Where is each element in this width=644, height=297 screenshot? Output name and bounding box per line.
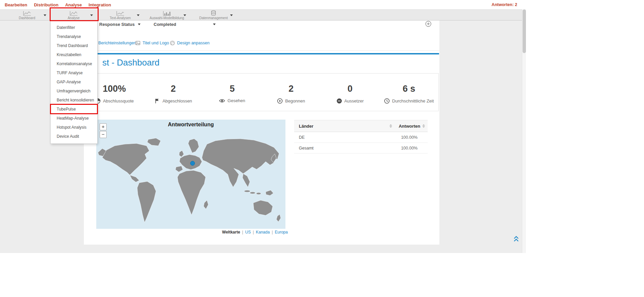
- chevron-down-icon: [137, 14, 140, 16]
- stat-value: 2: [171, 84, 176, 94]
- stat-started: 2 Begonnen: [262, 74, 321, 111]
- stat-label: Gesehen: [227, 98, 245, 103]
- eye-icon: [219, 98, 225, 103]
- stat-value: 6 s: [402, 84, 415, 94]
- menu-item-umfragenvergleich[interactable]: Umfragenvergleich: [51, 87, 97, 96]
- column-header-label: Länder: [299, 124, 313, 129]
- stat-viewed: 5 Gesehen: [203, 74, 262, 111]
- title-logo-link[interactable]: Titel und Logo: [136, 41, 169, 45]
- table-header-row: Länder Antworten: [294, 120, 428, 132]
- menu-item-gap-analyse[interactable]: GAP-Analyse: [51, 78, 97, 87]
- stat-label: Abgeschlossen: [162, 98, 192, 103]
- sort-icon[interactable]: [422, 124, 425, 128]
- menu-item-bearbeiten[interactable]: Bearbeiten: [5, 2, 27, 7]
- add-filter-button[interactable]: [425, 21, 431, 28]
- stat-value: 0: [347, 84, 353, 94]
- world-map-svg[interactable]: [96, 137, 285, 227]
- report-settings-link[interactable]: Berichteinstellungen: [91, 41, 136, 45]
- column-header-label: Antworten: [399, 124, 420, 129]
- analyse-dropdown-menu: Datenfilter Trendanalyse Trend Dashboard…: [50, 20, 98, 144]
- line-chart-icon: [116, 11, 124, 16]
- plus-circle-icon: [425, 21, 431, 27]
- column-header-country[interactable]: Länder: [294, 124, 395, 129]
- toolbar-item-datenmanagement[interactable]: Datenmanagement: [190, 10, 237, 20]
- chevron-down-icon: [138, 24, 141, 25]
- double-chevron-up-icon: [513, 236, 519, 242]
- completed-filter[interactable]: Completed: [154, 20, 216, 28]
- top-menu-bar: Bearbeiten Distribution Analyse Integrat…: [0, 0, 526, 9]
- toolbar-item-text-analysen[interactable]: Text-Analysen: [97, 10, 144, 20]
- toolbar-item-dashboard[interactable]: Dashboard: [4, 10, 50, 20]
- report-settings-label: Berichteinstellungen: [98, 41, 136, 45]
- response-distribution-map[interactable]: Antwortverteilung + −: [96, 120, 285, 229]
- accent-bar: [85, 53, 439, 54]
- responses-cell: 100.00%: [391, 135, 428, 140]
- sort-icon[interactable]: [389, 124, 392, 128]
- back-to-top-button[interactable]: [513, 236, 519, 244]
- country-cell: Gesamt: [294, 146, 391, 151]
- menu-item-analyse[interactable]: Analyse: [65, 2, 82, 7]
- database-icon: [211, 11, 216, 16]
- stat-label: Abschlussquote: [103, 98, 134, 103]
- map-view-us[interactable]: US: [245, 230, 251, 235]
- line-chart-icon: [23, 11, 31, 16]
- design-label: Design anpassen: [177, 41, 210, 45]
- stat-dropouts: 0 Aussetzer: [321, 74, 380, 111]
- play-circle-icon: [277, 98, 283, 104]
- menu-item-trend-dashboard[interactable]: Trend Dashboard: [51, 41, 97, 50]
- toolbar-item-auswahl-modellbildung[interactable]: Auswahl-Modellbildung: [144, 10, 190, 20]
- toolbar-item-analyse[interactable]: Analyse: [50, 10, 97, 20]
- map-view-switcher: Weltkarte|US|Kanada|Europa: [84, 230, 426, 235]
- toolbar-item-label: Text-Analysen: [110, 16, 131, 20]
- menu-item-device-audit[interactable]: Device Audit: [51, 132, 97, 141]
- column-header-responses[interactable]: Antworten: [395, 124, 428, 129]
- menu-item-tubepulse[interactable]: TubePulse: [51, 105, 97, 114]
- map-title: Antwortverteilung: [96, 122, 285, 128]
- countries-table: Länder Antworten DE 100.00% Gesamt 100.0…: [294, 120, 428, 154]
- menu-item-trendanalyse[interactable]: Trendanalyse: [51, 32, 97, 41]
- report-links-row: Berichteinstellungen Titel und Logo Desi…: [84, 41, 439, 46]
- map-view-canada[interactable]: Kanada: [256, 230, 270, 235]
- menu-item-korrelationsanalyse[interactable]: Korrelationsanalyse: [51, 59, 97, 69]
- palette-icon: [170, 41, 175, 45]
- stat-label: Aussetzer: [344, 98, 364, 103]
- chevron-down-icon: [90, 14, 93, 16]
- country-cell: DE: [294, 135, 391, 140]
- toolbar-item-label: Auswahl-Modellbildung: [150, 16, 184, 20]
- map-view-world[interactable]: Weltkarte: [222, 230, 240, 235]
- menu-item-hotspot-analysis[interactable]: Hotspot Analysis: [51, 123, 97, 132]
- line-chart-icon: [70, 11, 78, 16]
- response-status-filter[interactable]: Response Status: [99, 20, 141, 28]
- analysis-toolbar: Dashboard Analyse Text-Analysen Auswahl-…: [0, 9, 522, 20]
- menu-item-integration[interactable]: Integration: [89, 2, 111, 7]
- menu-item-bericht-konsolidieren[interactable]: Bericht konsolidieren: [51, 96, 97, 105]
- map-view-europe[interactable]: Europa: [275, 230, 288, 235]
- chevron-down-icon: [213, 24, 216, 25]
- toolbar-item-label: Datenmanagement: [199, 16, 228, 20]
- stats-card: 100% Abschlussquote 2 Abgeschlossen 5 Ge…: [85, 73, 439, 111]
- menu-item-turf-analyse[interactable]: TURF Analyse: [51, 69, 97, 78]
- menu-item-kreuztabellen[interactable]: Kreuztabellen: [51, 50, 97, 59]
- chevron-down-icon: [183, 14, 186, 16]
- responses-cell: 100.00%: [391, 146, 428, 151]
- stat-value: 100%: [103, 84, 126, 94]
- table-row: DE 100.00%: [294, 132, 428, 143]
- scrollbar-thumb[interactable]: [523, 9, 526, 53]
- clock-icon: [384, 98, 390, 104]
- separator: |: [272, 230, 273, 235]
- vertical-scrollbar[interactable]: [522, 9, 526, 253]
- bar-chart-icon: [163, 11, 171, 16]
- toolbar-item-label: Dashboard: [19, 16, 35, 20]
- table-row: Gesamt 100.00%: [294, 143, 428, 154]
- title-logo-label: Titel und Logo: [143, 41, 169, 45]
- menu-item-distribution[interactable]: Distribution: [34, 2, 58, 7]
- stat-completed: 2 Abgeschlossen: [144, 74, 203, 111]
- stat-value: 2: [288, 84, 293, 94]
- minus-circle-icon: [336, 98, 342, 104]
- menu-item-heatmap-analyse[interactable]: HeatMap-Analyse: [51, 114, 97, 123]
- menu-item-datenfilter[interactable]: Datenfilter: [51, 23, 97, 32]
- zoom-in-button[interactable]: +: [100, 123, 107, 130]
- filter-field-label: Response Status: [99, 22, 135, 27]
- design-link[interactable]: Design anpassen: [170, 41, 210, 45]
- flag-icon: [154, 98, 160, 104]
